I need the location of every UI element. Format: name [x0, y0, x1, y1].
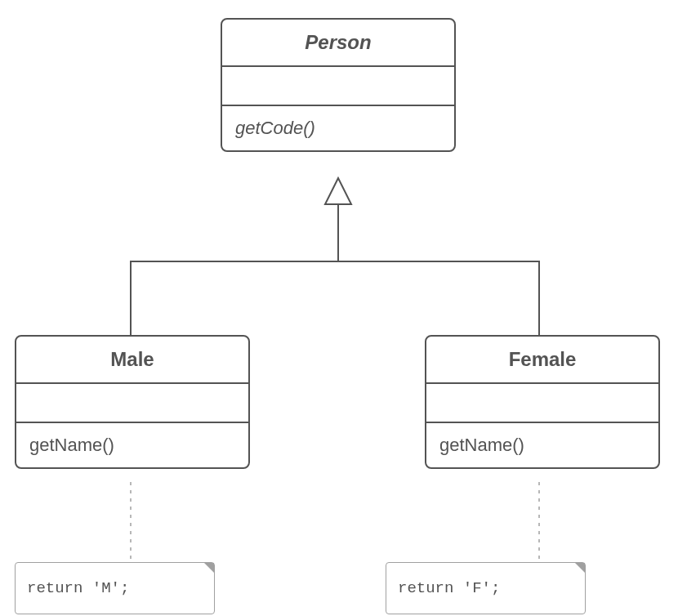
class-male: Male getName()	[15, 335, 250, 469]
class-attributes-male	[16, 382, 248, 422]
class-methods-person: getCode()	[222, 105, 454, 150]
class-methods-female: getName()	[426, 422, 658, 467]
inheritance-connector-female	[338, 261, 539, 335]
class-attributes-person	[222, 65, 454, 105]
method: getName()	[439, 435, 524, 455]
class-female: Female getName()	[425, 335, 660, 469]
inheritance-connector-male	[131, 204, 338, 335]
inheritance-arrowhead-icon	[325, 178, 351, 204]
note-text: return 'M';	[27, 579, 129, 597]
note-text: return 'F';	[398, 579, 500, 597]
class-person: Person getCode()	[221, 18, 456, 152]
method: getCode()	[235, 118, 315, 138]
method: getName()	[29, 435, 114, 455]
class-title-person: Person	[222, 20, 454, 65]
note-male: return 'M';	[15, 562, 215, 614]
class-title-male: Male	[16, 337, 248, 382]
class-methods-male: getName()	[16, 422, 248, 467]
uml-class-diagram: Person getCode() Male getName() Female g…	[0, 0, 678, 616]
class-attributes-female	[426, 382, 658, 422]
note-female: return 'F';	[386, 562, 586, 614]
class-title-female: Female	[426, 337, 658, 382]
